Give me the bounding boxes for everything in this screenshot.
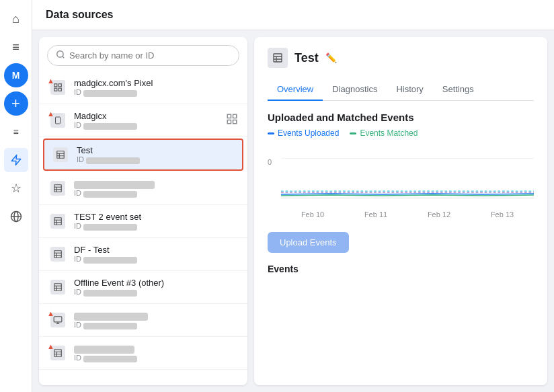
svg-rect-42 — [274, 54, 282, 62]
svg-rect-14 — [233, 120, 237, 124]
chart-label-feb11: Feb 11 — [364, 210, 387, 219]
section-title: Uploaded and Matched Events — [268, 112, 534, 123]
list-icon[interactable]: ≡ — [4, 120, 28, 144]
list-item[interactable]: ▲ ID — [39, 304, 247, 337]
rocket-icon[interactable] — [4, 148, 28, 172]
plus-icon[interactable]: + — [4, 91, 28, 116]
item-id: ID — [74, 121, 219, 129]
svg-rect-11 — [227, 114, 231, 118]
svg-rect-6 — [58, 84, 61, 87]
chart-label-feb10: Feb 10 — [301, 210, 324, 219]
item-name — [74, 311, 238, 321]
globe-icon[interactable] — [4, 204, 28, 229]
source-list-panel: ▲ madgicx.com's Pixel ID ▲ — [39, 37, 247, 385]
item-info: Madgicx ID — [74, 111, 219, 129]
svg-rect-23 — [54, 218, 62, 225]
list-item[interactable]: ▲ madgicx.com's Pixel ID — [39, 71, 247, 104]
item-info: ID — [74, 344, 238, 362]
item-name: Offline Event #3 (other) — [74, 278, 238, 288]
item-name: TEST 2 event set — [74, 212, 238, 222]
item-info: ID — [74, 311, 238, 329]
svg-rect-5 — [54, 84, 57, 87]
list-item[interactable]: ▲ Madgicx ID — [39, 104, 247, 137]
action-icon[interactable] — [226, 113, 238, 128]
svg-rect-7 — [54, 88, 57, 91]
tab-diagnostics[interactable]: Diagnostics — [323, 79, 387, 101]
tab-history[interactable]: History — [387, 79, 432, 101]
content-row: ▲ madgicx.com's Pixel ID ▲ — [32, 30, 554, 392]
chart-labels: Feb 10 Feb 11 Feb 12 Feb 13 — [281, 210, 534, 219]
detail-source-icon — [268, 48, 288, 68]
menu-icon[interactable]: ≡ — [4, 35, 28, 59]
svg-line-4 — [63, 56, 65, 58]
item-id: ID — [74, 88, 238, 96]
legend-row: Events Uploaded Events Matched — [268, 128, 534, 138]
svg-rect-8 — [58, 88, 61, 91]
search-box-wrap — [39, 37, 247, 71]
list-item[interactable]: ▲ ID — [39, 337, 247, 370]
item-icon — [48, 212, 67, 231]
chart-label-feb12: Feb 12 — [428, 210, 450, 219]
list-item[interactable]: TEST 2 event set ID — [39, 205, 247, 238]
item-icon — [48, 245, 67, 264]
svg-rect-15 — [57, 151, 65, 159]
warning-icon: ▲ — [47, 342, 54, 350]
star-icon[interactable]: ☆ — [4, 176, 28, 200]
item-name — [74, 344, 238, 354]
tab-settings[interactable]: Settings — [433, 79, 483, 101]
item-info: TEST 2 event set ID — [74, 212, 238, 230]
page-header: Data sources — [32, 0, 554, 30]
item-info: Test ID — [77, 145, 235, 163]
list-item-selected[interactable]: Test ID — [43, 139, 243, 171]
tab-overview[interactable]: Overview — [268, 79, 323, 101]
item-id: ID — [74, 189, 238, 197]
svg-rect-38 — [54, 350, 62, 357]
main-content: Data sources ▲ — [32, 0, 554, 392]
chart-area: 0 Feb 10 — [268, 151, 534, 219]
m-avatar[interactable]: M — [4, 63, 28, 87]
item-info: Offline Event #3 (other) ID — [74, 278, 238, 296]
item-icon: ▲ — [48, 78, 67, 97]
left-nav: ⌂ ≡ M + ≡ ☆ — [0, 0, 32, 392]
svg-rect-19 — [54, 185, 62, 192]
chart-lines — [281, 158, 534, 198]
list-item[interactable]: Offline Event #3 (other) ID — [39, 271, 247, 304]
edit-icon[interactable]: ✏️ — [325, 52, 337, 63]
home-icon[interactable]: ⌂ — [4, 7, 28, 31]
list-item[interactable]: ID — [39, 172, 247, 205]
list-item[interactable]: DF - Test ID — [39, 238, 247, 271]
item-id: ID — [74, 354, 238, 362]
svg-point-3 — [57, 51, 63, 57]
item-id: ID — [74, 288, 238, 296]
svg-rect-31 — [54, 284, 62, 291]
upload-events-button[interactable]: Upload Events — [268, 232, 349, 253]
item-id: ID — [74, 321, 238, 329]
table-icon — [50, 247, 65, 262]
search-box — [47, 45, 239, 66]
search-input[interactable] — [69, 50, 231, 61]
item-icon — [48, 278, 67, 297]
item-name: Madgicx — [74, 111, 219, 121]
svg-rect-27 — [54, 251, 62, 258]
table-icon — [53, 147, 68, 162]
legend-uploaded[interactable]: Events Uploaded — [268, 128, 339, 138]
table-icon — [50, 280, 65, 295]
detail-title: Test — [294, 51, 319, 65]
legend-uploaded-label: Events Uploaded — [278, 128, 339, 138]
item-id: ID — [74, 222, 238, 230]
page-title: Data sources — [46, 9, 114, 21]
item-icon: ▲ — [48, 311, 67, 329]
chart-label-feb13: Feb 13 — [491, 210, 514, 219]
item-icon: ▲ — [48, 344, 67, 362]
item-id: ID — [74, 255, 238, 263]
item-icon — [51, 145, 70, 164]
warning-icon: ▲ — [47, 309, 54, 317]
table-icon — [50, 214, 65, 229]
events-section-title: Events — [268, 264, 534, 274]
detail-header: Test ✏️ — [268, 48, 534, 68]
legend-uploaded-dot — [268, 132, 274, 134]
warning-icon: ▲ — [47, 77, 54, 85]
legend-matched[interactable]: Events Matched — [350, 128, 418, 138]
item-icon: ▲ — [48, 111, 67, 130]
item-name: Test — [77, 145, 235, 155]
